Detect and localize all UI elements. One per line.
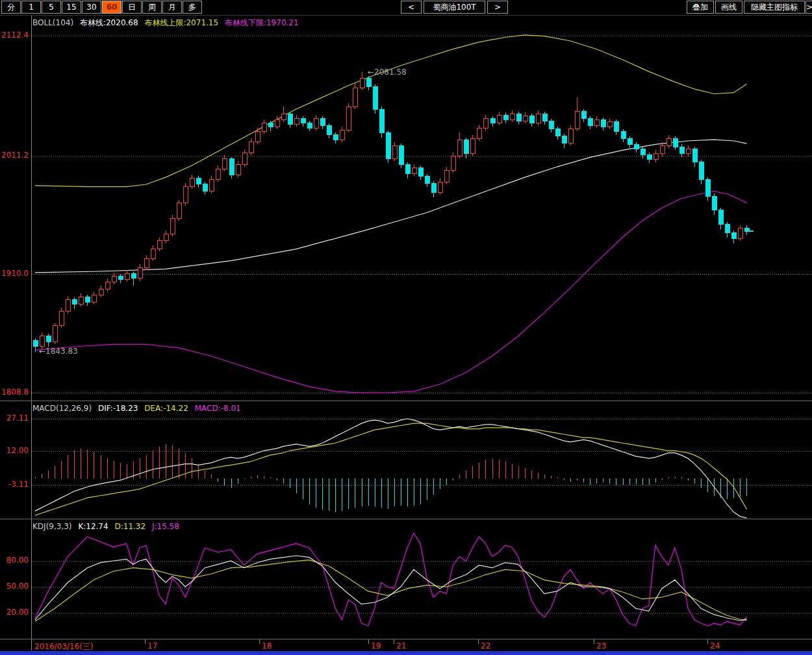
- period-button-多[interactable]: 多: [183, 1, 202, 14]
- draw-line-button[interactable]: 画线: [715, 1, 742, 14]
- period-button-5[interactable]: 5: [42, 1, 61, 14]
- boll-legend: BOLL(104) 布林线:2020.68 布林线上限:2071.15 布林线下…: [32, 18, 303, 29]
- period-button-1[interactable]: 1: [21, 1, 41, 14]
- kdj-d-value: D:11.32: [114, 522, 146, 531]
- period-button-60[interactable]: 60: [102, 1, 121, 14]
- window-bottom-border: [0, 651, 812, 655]
- boll-indicator-name: BOLL(104): [32, 18, 73, 27]
- trading-terminal-window: 分15153060日周月多 < 蜀商油100T > 叠加 画线 隐藏主图指标 >…: [0, 0, 812, 655]
- macd-dif-value: DIF:-18.23: [98, 404, 138, 413]
- period-button-30[interactable]: 30: [82, 1, 101, 14]
- date-axis-label: 17: [147, 641, 157, 650]
- kdj-j-value: J:15.58: [152, 522, 179, 531]
- macd-axis-label: 27.11: [0, 414, 29, 423]
- macd-axis-label: -3.11: [0, 480, 29, 489]
- hide-main-indicators-button[interactable]: 隐藏主图指标: [744, 1, 805, 14]
- price-axis-label: 2011.2: [0, 151, 29, 160]
- next-symbol-button[interactable]: >: [487, 1, 508, 14]
- date-axis-label: 2016/03/16(三): [34, 641, 94, 652]
- period-button-分[interactable]: 分: [1, 1, 21, 14]
- period-button-日[interactable]: 日: [122, 1, 142, 14]
- high-price-annotation: ←2081.58: [368, 68, 407, 77]
- date-axis-label: 18: [262, 641, 272, 650]
- boll-upper-value: 布林线上限:2071.15: [144, 18, 218, 27]
- macd-dea-value: DEA:-14.22: [144, 404, 188, 413]
- kdj-axis-label: 80.00: [0, 556, 29, 565]
- date-axis-label: 19: [371, 641, 381, 650]
- kdj-k-value: K:12.74: [78, 522, 108, 531]
- arrow-left-icon: ←: [368, 68, 374, 77]
- chart-canvas[interactable]: [0, 0, 812, 655]
- high-price-label: 2081.58: [374, 68, 407, 77]
- kdj-indicator-name: KDJ(9,3,3): [32, 522, 72, 531]
- price-axis-label: 1808.8: [0, 388, 29, 397]
- macd-macd-value: MACD:-8.01: [195, 404, 241, 413]
- period-button-15[interactable]: 15: [62, 1, 81, 14]
- arrow-left-icon: ←: [39, 347, 45, 356]
- low-price-annotation: ←1843.83: [39, 347, 78, 356]
- low-price-label: 1843.83: [45, 347, 78, 356]
- kdj-axis-label: 50.00: [0, 582, 29, 591]
- macd-indicator-name: MACD(12,26,9): [32, 404, 92, 413]
- overlay-button[interactable]: 叠加: [687, 1, 714, 14]
- date-axis-label: 24: [710, 641, 720, 650]
- symbol-button[interactable]: 蜀商油100T: [424, 1, 485, 14]
- kdj-axis-label: 20.00: [0, 608, 29, 617]
- price-axis-label: 1910.0: [0, 269, 29, 278]
- top-toolbar: 分15153060日周月多 < 蜀商油100T > 叠加 画线 隐藏主图指标 >…: [0, 0, 812, 15]
- period-button-月[interactable]: 月: [162, 1, 182, 14]
- macd-legend: MACD(12,26,9) DIF:-18.23 DEA:-14.22 MACD…: [32, 404, 245, 413]
- more-toolbar-button[interactable]: >>: [806, 1, 812, 14]
- kdj-legend: KDJ(9,3,3) K:12.74 D:11.32 J:15.58: [32, 522, 183, 531]
- boll-mid-value: 布林线:2020.68: [80, 18, 138, 27]
- price-axis-label: 2112.4: [0, 31, 29, 40]
- period-button-周[interactable]: 周: [142, 1, 162, 14]
- date-axis-label: 22: [481, 641, 490, 650]
- date-axis-label: 21: [396, 641, 406, 650]
- macd-axis-label: 12.00: [0, 446, 29, 455]
- boll-lower-value: 布林线下限:1970.21: [225, 18, 299, 27]
- prev-symbol-button[interactable]: <: [401, 1, 422, 14]
- date-axis-label: 23: [596, 641, 606, 650]
